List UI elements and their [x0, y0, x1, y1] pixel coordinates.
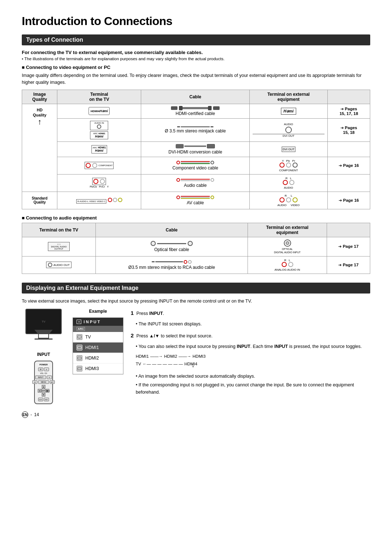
step2-note3: If the corresponding input is not plugge… [136, 381, 370, 396]
table-row: AUDIO OUT Ø3.5 mm stereo minijack to RCA… [22, 256, 370, 274]
tv-illustration: TV [25, 309, 62, 340]
col-header-page [328, 90, 370, 104]
terminal-ext-audio-rl: R L AUDIO [249, 174, 327, 192]
input-menu-item-hdmi1[interactable]: HDMI1 [73, 342, 123, 353]
remote-top-buttons: M ∧ [38, 368, 49, 371]
cable-audio: Audio cable [141, 174, 249, 192]
input-menu-title: ≡ I N P U T [73, 318, 123, 326]
section2-body: To view external source images, select t… [22, 298, 370, 305]
input-menu-title-text: I N P U T [83, 320, 100, 324]
display-layout: TV INPUT POWER M ∧ VOLCH [22, 309, 370, 404]
input-menu-arc: ARC [73, 326, 123, 332]
audio-col-cable: Cable [96, 223, 248, 237]
page-ref-component: Page 16 [328, 157, 370, 174]
terminal-tv-component: COMPONENT [57, 157, 141, 174]
input-menu-item-hdmi3[interactable]: HDMI3 [73, 364, 123, 374]
step1-note: The INPUT list screen displays. [136, 320, 370, 328]
terminal-tv-audio-cable: Pb/Cb Pr/Cr Y [57, 174, 141, 192]
remote-dpad: ▲ ▼ ◄ ► ENT [38, 385, 49, 397]
remote-btn-input[interactable]: INPUT [35, 376, 46, 379]
page-ref-av: Page 16 [328, 192, 370, 209]
svg-rect-2 [78, 346, 81, 349]
step2: 2 Press ▲/▼ to select the input source. [131, 331, 370, 340]
svg-rect-4 [78, 368, 81, 370]
audio-sub-heading: Connecting to audio equipment [22, 215, 370, 221]
cable-rca-minijack: Ø3.5 mm stereo minijack to RCA audio cab… [96, 256, 248, 274]
step2-note2: An image from the selected source automa… [136, 373, 370, 380]
section-displaying-external: Displaying an External Equipment Image T… [22, 283, 370, 405]
page-ref-audio [328, 174, 370, 192]
cable-component-video: Component video cable [141, 157, 249, 174]
device-area: TV INPUT POWER M ∧ VOLCH [22, 309, 65, 404]
step1: 1 Press INPUT. [131, 309, 370, 317]
remote-control: POWER M ∧ VOLCH INPUT ∨ 3D [34, 361, 53, 404]
tv-sketch: TV [25, 309, 62, 334]
table-row: AUDIO IN ARC HDMI1 Həmi [22, 118, 370, 141]
remote-btn-exit[interactable]: EXIT [38, 398, 43, 401]
video-sub-heading: Connecting to video equipment or PC [22, 65, 370, 70]
input-label: INPUT [37, 352, 50, 357]
input-menu-item-tv[interactable]: TV [73, 332, 123, 342]
terminal-tv-audio: AUDIO IN ARC HDMI1 Həmi [57, 118, 141, 141]
table-row: ↑↑↑ DIGITAL AUDIOOUTPUT Optical fiber ca… [22, 237, 370, 256]
hdmi2-input-icon [77, 355, 82, 361]
svg-rect-0 [78, 336, 81, 338]
col-header-cable: Cable [141, 90, 249, 104]
remote-btn-ch-down[interactable]: ∨ [47, 376, 52, 379]
cable-dvi-hdmi: DVI-HDMI conversion cable [141, 141, 249, 157]
page-ref-minijack: Pages15, 18 [328, 118, 370, 141]
intro-bold-text: For connecting the TV to external equipm… [22, 50, 370, 55]
terminal-tv-hdmi4: HDMI4Həmi [57, 104, 141, 118]
col-header-terminal-ext: Terminal on externalequipment [249, 90, 327, 104]
page-title: Introduction to Connections [22, 15, 370, 28]
terminal-tv-av: R-AUDIO-L VIDEO VIDEO 1 [57, 192, 141, 209]
quality-standard: StandardQuality [22, 192, 57, 209]
remote-btn-ch-up[interactable]: ∧ [44, 368, 49, 371]
section-types-of-connection: Types of Connection For connecting the T… [22, 34, 370, 274]
table-row: HD Quality ↑ HDMI4Həmi H [22, 104, 370, 118]
svg-rect-3 [78, 357, 81, 359]
terminal-ext-av: R L AUDIO VIDEO [249, 192, 327, 209]
terminal-ext-audio: AUDIO DVI OUT [249, 118, 327, 141]
remote-btn-3d[interactable]: 3D [32, 380, 37, 384]
page-ref-dvi [328, 141, 370, 157]
terminal-tv-audio-out: AUDIO OUT [22, 256, 96, 274]
table-row: ARC HDMI1 Həmi DVI-HDMI conversion cable… [22, 141, 370, 157]
col-header-terminal-tv: Terminalon the TV [57, 90, 141, 104]
terminal-ext-dvi: DVI OUT [249, 141, 327, 157]
page-ref-optical: Page 17 [327, 237, 370, 256]
page-ref-hdmi: Pages15, 17, 18 [328, 104, 370, 118]
terminal-ext-analog-audio: R L ANALOG AUDIO IN [248, 256, 327, 274]
remote-btn-mute[interactable]: M [38, 368, 43, 371]
remote-btn-menu[interactable]: MENU [38, 380, 49, 384]
step2-note1: You can also select the input source by … [136, 343, 370, 350]
audio-col-terminal-ext: Terminal on externalequipment [248, 223, 327, 237]
cable-hdmi-certified: HDMI-certified cable [141, 104, 249, 118]
flow-diagram: HDMI1 ——→ HDMI2 ——→ HDMI3 TV ←— — — — — … [136, 353, 370, 370]
col-header-quality: ImageQuality [22, 90, 57, 104]
steps-area: 1 Press INPUT. The INPUT list screen dis… [131, 309, 370, 397]
hdmi3-input-icon [77, 366, 82, 372]
table-row: StandardQuality R-AUDIO-L VIDEO VIDEO 1 [22, 192, 370, 209]
quality-hd: HD Quality ↑ [22, 104, 57, 192]
audio-connection-table: Terminal on the TV Cable Terminal on ext… [22, 223, 370, 274]
table-row: Pb/Cb Pr/Cr Y Audio cable R L [22, 174, 370, 192]
remote-btn-right[interactable]: ► [46, 389, 49, 393]
input-menu: ≡ I N P U T ARC TV [73, 317, 123, 374]
section1-header: Types of Connection [22, 34, 370, 45]
input-menu-item-hdmi2[interactable]: HDMI2 [73, 353, 123, 364]
intro-note-text: The illustrations of the terminals are f… [22, 57, 370, 61]
cable-minijack: Ø 3.5 mm stereo minijack cable [141, 118, 249, 141]
terminal-ext-optical: OPTICALDIGITAL AUDIO INPUT [248, 237, 327, 256]
audio-col-page [327, 223, 370, 237]
video-body-text: Image quality differs depending on the t… [22, 72, 370, 86]
input-menu-area: Example ≡ I N P U T ARC TV [73, 309, 123, 374]
remote-btn-down[interactable]: ▼ [42, 393, 45, 397]
cable-av: AV cable [141, 192, 249, 209]
example-label: Example [89, 309, 107, 314]
terminal-tv-dvi-hdmi: ARC HDMI1 Həmi [57, 141, 141, 157]
remote-btn-return[interactable]: RET [44, 398, 49, 401]
terminal-ext-component: Y Pb Pr COMPONENT [249, 157, 327, 174]
page-number-area: EN - 14 [22, 411, 370, 418]
remote-btn-apps[interactable]: APP [50, 380, 55, 384]
